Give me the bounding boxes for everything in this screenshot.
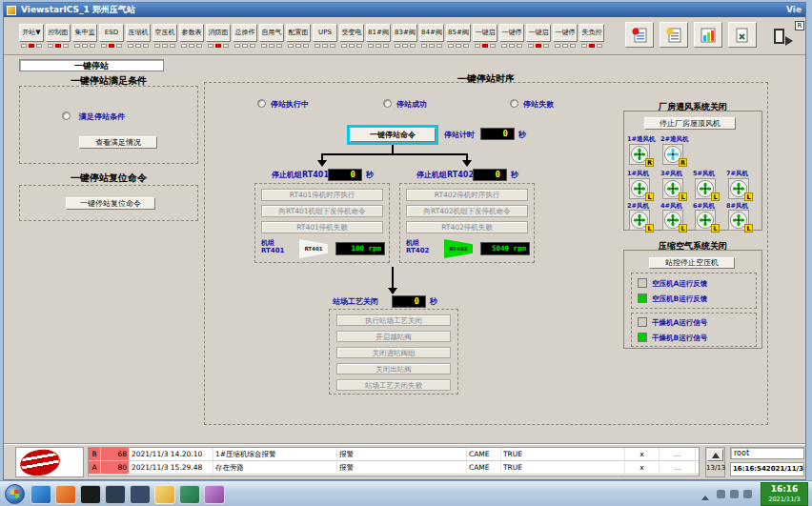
stop-air-compressor-button[interactable]: 站控停止空压机 xyxy=(649,257,735,269)
process-box: 执行站场工艺关闭 开启越站阀 关闭进站阀组 关闭出站阀 站场工艺关闭失败 xyxy=(329,309,458,395)
ie-browser-icon[interactable] xyxy=(30,485,51,504)
button-indicators xyxy=(446,44,471,48)
stopping-in-progress-lamp xyxy=(257,99,266,108)
toolbar-button-parameter-table[interactable]: 参数表 xyxy=(179,24,204,42)
toolbar-button-label: 空压机 xyxy=(155,29,175,36)
fan-3-label: 3#风机 xyxy=(660,170,682,178)
toolbar-button-central-monitor[interactable]: 集中监控 xyxy=(72,24,97,42)
excel-icon[interactable] xyxy=(179,485,200,504)
toolbar-button-compressor[interactable]: 压缩机 xyxy=(126,24,151,42)
process-step-3: 关闭进站阀组 xyxy=(336,347,451,358)
alarm-page-up-button[interactable] xyxy=(707,449,723,461)
exit-button[interactable]: R xyxy=(772,21,804,50)
roof-fan-1: R xyxy=(629,144,650,165)
alarm-more[interactable]: ... xyxy=(660,461,696,474)
process-step-2: 开启越站阀 xyxy=(336,331,451,342)
onekey-stop-command-button[interactable]: 一键停站命令 xyxy=(350,128,436,142)
toolbar-button-label: 集中监控 xyxy=(75,29,95,42)
toolbar-button-valve-room-85[interactable]: 85#阀室 xyxy=(446,24,471,42)
remote-app-icon[interactable] xyxy=(130,485,151,504)
reset-command-button[interactable]: 一键停站复位命令 xyxy=(66,197,155,210)
toolbar-button-onekey-start-unit[interactable]: 一键启机 xyxy=(526,24,551,42)
alarm-row[interactable]: A 80 2021/11/3 15.29.48 存在旁路 报警 CAME TRU… xyxy=(89,461,699,475)
logo-emblem-icon xyxy=(18,446,62,478)
button-indicators xyxy=(286,44,311,48)
toolbar-button-open-station[interactable]: 开站▼ xyxy=(19,24,44,42)
app-icon xyxy=(7,6,16,15)
stop-roof-fans-button[interactable]: 停止厂房屋顶风机 xyxy=(644,117,736,130)
rt402-timer-display: 0 xyxy=(473,169,507,181)
titlebar[interactable]: ViewstarICS_1 郑州压气站 Vie xyxy=(4,3,805,17)
view-conditions-button[interactable]: 查看满足情况 xyxy=(79,136,157,149)
tray-message-icon[interactable] xyxy=(730,490,739,498)
toolbar-button-config-diagram[interactable]: 配置图 xyxy=(286,24,311,42)
toolbar-button-fire-diagram[interactable]: 消防图 xyxy=(206,24,231,42)
toolbar-button-load-loss-control[interactable]: 失负控制 xyxy=(579,24,604,42)
toolbar-button-onekey-stop-station[interactable]: 一键停站 xyxy=(499,24,524,42)
button-indicators xyxy=(99,44,124,48)
alarm-summary-button[interactable] xyxy=(625,22,654,48)
button-indicators xyxy=(233,44,257,48)
alarm-time: 2021/11/3 15.29.48 xyxy=(130,461,213,474)
window-title: ViewstarICS_1 郑州压气站 xyxy=(21,5,135,14)
alarm-row[interactable]: B 68 2021/11/3 14.20.10 1#压缩机综合报警 报警 CAM… xyxy=(89,448,699,461)
terminal-icon[interactable] xyxy=(80,485,101,504)
toolbar-button-air-compressor[interactable]: 空压机 xyxy=(152,24,177,42)
button-indicators xyxy=(72,44,97,48)
trend-chart-button[interactable] xyxy=(694,22,722,48)
alarm-more[interactable]: ... xyxy=(660,448,696,460)
alarm-ack[interactable]: x xyxy=(625,461,660,474)
connector-line xyxy=(321,153,323,160)
folder-icon[interactable] xyxy=(154,485,175,504)
toolbar-button-general-operation[interactable]: 总操作 xyxy=(233,24,257,42)
toolbar-button-substation[interactable]: 受变电 xyxy=(339,24,364,42)
compressor-a-status-square xyxy=(638,278,647,288)
tray-clock-time: 16:16 xyxy=(761,483,807,496)
toolbar-button-onekey-start-station[interactable]: 一键启站 xyxy=(473,24,497,42)
toolbar-button-esd[interactable]: ESD xyxy=(99,24,124,42)
fan-1: L xyxy=(629,178,650,199)
button-indicators xyxy=(19,44,44,48)
tray-network-icon[interactable] xyxy=(717,490,725,498)
fan-mode-badge: L xyxy=(679,224,687,233)
stop-timer-unit: 秒 xyxy=(518,130,526,140)
roof-fan-2: R xyxy=(662,144,683,165)
toolbar-button-ups[interactable]: UPS xyxy=(313,24,337,42)
rt401-timer-display: 0 xyxy=(328,169,362,181)
browser-app-icon[interactable] xyxy=(55,485,76,504)
alarm-message: 存在旁路 xyxy=(213,461,337,474)
report-export-button[interactable] xyxy=(728,22,757,48)
tray-show-hidden-icon[interactable] xyxy=(701,492,709,500)
fan-5: L xyxy=(695,178,716,199)
fan-7-label: 7#风机 xyxy=(726,170,748,178)
event-log-button[interactable] xyxy=(660,22,688,48)
rt401-timer-unit: 秒 xyxy=(366,170,374,180)
fan-mode-badge: L xyxy=(744,224,753,233)
dryer-signal-box: 干燥机A运行信号 干燥机B运行信号 xyxy=(631,313,757,347)
dryer-a-label: 干燥机A运行信号 xyxy=(652,318,707,328)
start-button[interactable] xyxy=(5,484,25,504)
app-window-icon[interactable] xyxy=(105,485,126,504)
toolbar-button-valve-room-81[interactable]: 81#阀室 xyxy=(366,24,391,42)
toolbar-button-valve-room-83[interactable]: 83#阀室 xyxy=(393,24,417,42)
system-clock: 16:16:54 2021/11/3 xyxy=(730,462,804,476)
toolbar-button-self-use-gas[interactable]: 自用气 xyxy=(259,24,284,42)
toolbar-button-onekey-stop-unit[interactable]: 一键停机 xyxy=(553,24,578,42)
toolbar-button-valve-room-84[interactable]: 84#阀室 xyxy=(419,24,444,42)
logged-in-user: root xyxy=(730,447,804,459)
main-area: 一键停站 一键停站满足条件 满足停站条件 查看满足情况 一键停站复位命令 一键停… xyxy=(4,55,807,444)
tray-clock[interactable]: 16:16 2021/11/3 xyxy=(761,482,808,506)
toolbar-button-label: 消防图 xyxy=(209,29,229,36)
button-indicators xyxy=(126,44,151,48)
alarm-ack[interactable]: x xyxy=(625,448,660,460)
tray-volume-icon[interactable] xyxy=(743,490,752,498)
divider xyxy=(4,443,805,445)
button-indicators xyxy=(499,44,524,48)
paint-app-icon[interactable] xyxy=(204,485,225,504)
toolbar-button-control-diagram[interactable]: 控制图 xyxy=(46,24,71,42)
report-export-icon xyxy=(734,27,751,44)
toolbar-button-label: 85#阀室 xyxy=(448,29,469,42)
toolbar-button-label: 84#阀室 xyxy=(421,29,442,42)
compressor-feedback-box: 空压机A运行反馈 空压机B运行反馈 xyxy=(631,273,757,309)
rt401-step-1: RT401停机时序执行 xyxy=(261,189,383,201)
